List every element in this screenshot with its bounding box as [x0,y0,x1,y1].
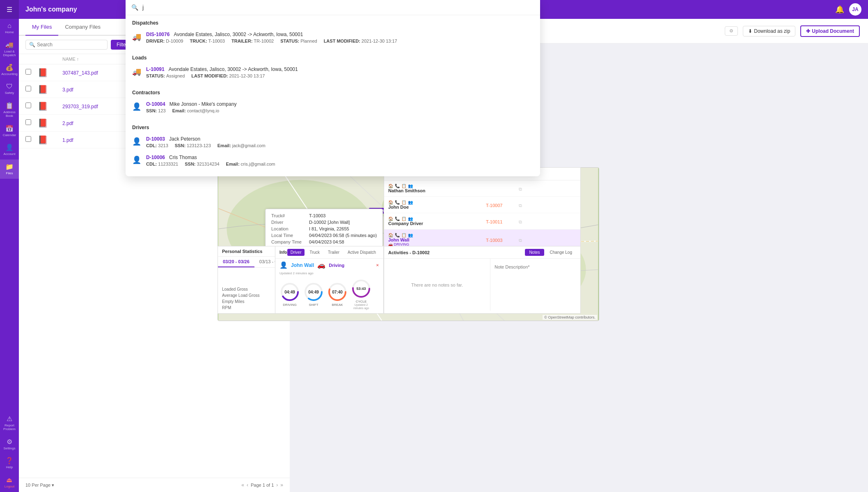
tooltip-driver-value: D-10002 [John Wall] [309,220,350,225]
search-section-loads: Loads 🚚 L-10091 Avondale Estates, Jalisc… [126,50,540,85]
driver-name-link[interactable]: John Wall [291,262,314,268]
pdf-icon: 📕 [38,135,48,144]
upload-document-button[interactable]: ✚ Upload Document [800,25,860,37]
driving-label: DRIVING [283,303,296,307]
tooltip-truck-value: T-10003 [309,213,325,218]
sidebar-item-calendar[interactable]: 📅 Calendar [0,121,19,141]
file-name-link[interactable]: 293703_319.pdf [62,104,98,109]
search-bar: 🔍 [126,0,540,15]
copy-icon[interactable]: ⧉ [519,219,522,224]
tooltip-truck-label: Truck# [271,213,304,218]
driver-panel-header: Info Driver Truck Trailer Active Dispatc… [275,246,383,259]
row-checkbox[interactable] [25,119,31,125]
pagination-last[interactable]: » [280,482,283,488]
load-icon: 🚚 [132,67,141,76]
tooltip-companytime-label: Company Time [271,239,304,244]
settings-icon: ⚙ [7,438,12,446]
driver-name: Nathan Smithson [388,188,486,193]
row-checkbox[interactable] [25,102,31,108]
home-icon: 🏠 [388,216,393,221]
load-result[interactable]: 🚚 L-10091 Avondale Estates, Jalisco, 300… [126,63,540,82]
contractor-email: contact@lynq.io [187,108,219,113]
bell-icon[interactable]: 🔔 [835,5,844,14]
settings-gear[interactable]: ⚙ [725,26,738,36]
avatar[interactable]: JA [849,3,861,16]
truck-label: TRUCK: [190,39,207,43]
shift-value: 04:49 [308,290,319,294]
driver-result-2[interactable]: 👤 D-10006 Cris Thomas CDL: 11233321 SSN:… [126,151,540,170]
driver-truck: T-10007 [486,203,502,208]
sidebar-bottom: ⚠ ReportProblem ⚙ Settings ❓ Help ⏏ Logo… [2,412,16,492]
driver2-cdl: 11233321 [158,162,178,166]
ssn-label: SSN: [185,162,195,166]
driver-result-1[interactable]: 👤 D-10003 Jack Peterson CDL: 3213 SSN: 1… [126,133,540,151]
sidebar-item-help[interactable]: ❓ Help [2,453,16,473]
stats-tab-1[interactable]: 03/20 - 03/26 [218,257,254,267]
sidebar-item-accounting[interactable]: 💰 Accounting [0,60,19,80]
truck-value: T-10003 [208,39,225,43]
notes-tab[interactable]: Notes [525,249,544,256]
driver-detail-panel: Info Driver Truck Trailer Active Dispatc… [275,246,384,314]
copy-icon[interactable]: ⧉ [519,203,522,208]
logout-icon: ⏏ [6,476,12,484]
group-icon: 👥 [408,233,413,237]
driver-list-row[interactable]: 🏠 📞 📋 👥 John Doe T-10007 ⧉ [384,197,580,213]
driver-list-row[interactable]: 🏠 📞 📋 👥 Nathan Smithson ⧉ [384,180,580,197]
contractor-result[interactable]: 👤 O-10004 Mike Jonson - Mike's company S… [126,98,540,116]
file-name-link[interactable]: 307487_143.pdf [62,70,98,76]
sidebar-item-account[interactable]: 👤 Account [0,140,19,159]
close-detail-button[interactable]: ✕ [376,263,379,267]
driver-cdl: 3213 [158,143,168,148]
download-icon: ⬇ [748,28,752,34]
driver-ssn: 123123-123 [187,143,211,148]
driver-tab-dispatch[interactable]: Active Dispatch [344,249,379,256]
last-mod-label: LAST MODIFIED: [324,39,360,43]
copy-icon[interactable]: ⧉ [519,187,522,191]
search-bar-icon: 🔍 [131,4,138,11]
driver-truck: T-10011 [486,219,502,224]
pagination-first[interactable]: « [241,482,244,488]
pdf-icon: 📕 [38,118,48,128]
sidebar-item-home[interactable]: ⌂ Home [0,19,19,38]
row-checkbox[interactable] [25,69,31,75]
file-name-link[interactable]: 3.pdf [62,87,73,93]
sidebar-item-safety[interactable]: 🛡 Safety [0,80,19,98]
tab-company-files[interactable]: Company Files [58,19,107,36]
row-checkbox[interactable] [25,136,31,142]
pagination-prev[interactable]: ‹ [247,482,248,488]
sidebar-item-settings[interactable]: ⚙ Settings [2,435,16,454]
file-name-link[interactable]: 1.pdf [62,137,73,143]
copy-icon[interactable]: ⧉ [519,238,522,243]
home-icon: 🏠 [388,200,393,205]
note-description-input[interactable] [495,264,576,269]
dispatch-result[interactable]: 🚚 DIS-10076 Avondale Estates, Jalisco, 3… [126,28,540,47]
change-log-tab[interactable]: Change Log [546,249,577,256]
search-bar-input[interactable] [142,4,534,11]
hamburger-icon[interactable]: ☰ [7,6,12,14]
sidebar-item-label: Files [6,172,13,175]
per-page-selector[interactable]: 10 Per Page ▾ [25,483,54,488]
sidebar-item-logout[interactable]: ⏏ Logout [2,473,16,492]
pagination-next[interactable]: › [276,482,278,488]
tooltip-localtime-label: Local Time [271,233,304,238]
sidebar-item-report[interactable]: ⚠ ReportProblem [2,412,16,435]
driver-tab-truck[interactable]: Truck [306,249,323,256]
loads-section-title: Loads [126,53,540,63]
cycle-updated: Updated 2minutes ago [353,303,369,310]
avg-load-gross-label: Average Load Gross [222,293,260,298]
tab-my-files[interactable]: My Files [25,19,58,36]
driver-tab-driver[interactable]: Driver [287,249,305,256]
row-checkbox[interactable] [25,86,31,91]
calendar-icon: 📅 [5,125,14,132]
sidebar-item-files[interactable]: 📁 Files [0,159,19,179]
file-name-link[interactable]: 2.pdf [62,121,73,126]
email-label: Email: [226,162,240,166]
search-section-contractors: Contractors 👤 O-10004 Mike Jonson - Mike… [126,85,540,120]
sidebar-item-address-book[interactable]: 📋 AddressBook [0,98,19,121]
sidebar-item-load-dispatch[interactable]: 🚚 Load &Dispatch [0,38,19,61]
download-as-button[interactable]: ⬇ Download as zip [743,26,795,36]
driver-list-row[interactable]: 🏠 📞 📋 👥 Company Driver T-10011 ⧉ [384,213,580,230]
sidebar-item-label: Settings [4,447,16,451]
files-search-input[interactable] [37,42,104,48]
driver-tab-trailer[interactable]: Trailer [325,249,343,256]
